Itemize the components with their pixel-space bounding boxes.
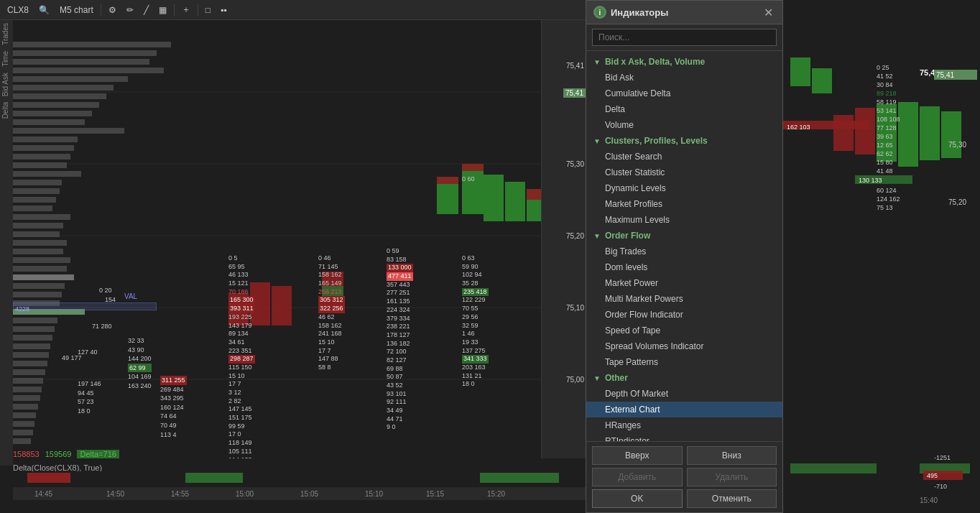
up-button[interactable]: Вверх bbox=[592, 446, 683, 465]
indicator-cluster-statistic[interactable]: Cluster Statistic bbox=[586, 165, 782, 180]
svg-text:i: i bbox=[599, 9, 601, 17]
indicator-dialog: i Индикаторы ✕ ▼ Bid x Ask, Delta, Volum… bbox=[586, 0, 783, 513]
svg-text:75 13: 75 13 bbox=[877, 204, 893, 211]
svg-rect-16 bbox=[13, 137, 78, 142]
line-tool[interactable]: ╱ bbox=[141, 4, 152, 17]
svg-rect-38 bbox=[13, 326, 55, 332]
svg-rect-37 bbox=[13, 318, 57, 323]
chart-type-label[interactable]: M5 chart bbox=[57, 4, 96, 17]
footer-stats: 158853 159569 Delta=716 bbox=[13, 450, 157, 458]
stat-value-2: 159569 bbox=[45, 450, 72, 458]
dialog-title-text: Индикаторы bbox=[611, 7, 668, 18]
svg-rect-29 bbox=[13, 249, 63, 254]
pencil-tool[interactable]: ✏ bbox=[124, 4, 137, 17]
category-label-2: Clusters, Profiles, Levels bbox=[605, 136, 708, 146]
indicator-multi-market-powers[interactable]: Multi Market Powers bbox=[586, 291, 782, 307]
time-label: Time bbox=[0, 48, 13, 70]
svg-rect-17 bbox=[13, 145, 74, 151]
category-order-flow[interactable]: ▼ Order Flow bbox=[586, 228, 782, 244]
indicator-cluster-search[interactable]: Cluster Search bbox=[586, 149, 782, 165]
chart-canvas[interactable]: VAL 0 565 9546 13315 121 70 bbox=[13, 20, 586, 458]
indicator-rtindicator[interactable]: RTIndicator bbox=[586, 433, 782, 441]
rect-tool[interactable]: □ bbox=[203, 4, 213, 17]
svg-rect-34 bbox=[13, 292, 62, 297]
indicator-tape-patterns[interactable]: Tape Patterns bbox=[586, 354, 782, 370]
svg-rect-25 bbox=[13, 214, 70, 220]
footer-row-3: OK Отменить bbox=[592, 489, 777, 508]
indicator-bid-ask[interactable]: Bid Ask bbox=[586, 70, 782, 86]
indicator-hranges[interactable]: HRanges bbox=[586, 417, 782, 433]
svg-rect-63 bbox=[505, 182, 525, 221]
svg-rect-33 bbox=[13, 283, 65, 289]
remove-button[interactable]: Удалить bbox=[687, 468, 777, 486]
svg-rect-27 bbox=[13, 231, 60, 237]
indicator-market-profiles[interactable]: Market Profiles bbox=[586, 196, 782, 212]
svg-rect-11 bbox=[13, 93, 106, 99]
svg-rect-49 bbox=[13, 421, 34, 427]
settings-icon[interactable]: ⚙ bbox=[106, 4, 119, 17]
dialog-title: i Индикаторы bbox=[593, 6, 668, 19]
svg-text:15:40: 15:40 bbox=[920, 496, 938, 504]
symbol-label[interactable]: CLX8 bbox=[4, 4, 32, 17]
tile-tool[interactable]: ▪▪ bbox=[218, 4, 230, 17]
right-chart: 0 25 41 52 30 84 89 218 58 119 53 141 10… bbox=[783, 0, 980, 513]
svg-rect-55 bbox=[462, 164, 484, 214]
svg-rect-19 bbox=[13, 162, 67, 168]
search-area bbox=[586, 24, 782, 51]
bar-chart-icon[interactable]: ▦ bbox=[156, 4, 170, 17]
svg-rect-45 bbox=[13, 387, 42, 392]
svg-rect-5 bbox=[13, 42, 171, 47]
indicator-depth-of-market[interactable]: Depth Of Market bbox=[586, 386, 782, 402]
svg-rect-46 bbox=[13, 395, 40, 401]
svg-text:75,30: 75,30 bbox=[948, 141, 966, 149]
indicator-market-power[interactable]: Market Power bbox=[586, 275, 782, 291]
indicator-dom-levels[interactable]: Dom levels bbox=[586, 259, 782, 275]
svg-rect-20 bbox=[13, 171, 81, 177]
dialog-footer: Вверх Вниз Добавить Удалить OK Отменить bbox=[586, 441, 782, 512]
category-arrow-3: ▼ bbox=[593, 232, 601, 240]
indicator-big-trades[interactable]: Big Trades bbox=[586, 244, 782, 259]
svg-rect-18 bbox=[13, 154, 70, 160]
category-arrow-4: ▼ bbox=[593, 374, 601, 382]
close-button[interactable]: ✕ bbox=[761, 5, 775, 19]
indicator-external-chart[interactable]: External Chart bbox=[586, 402, 782, 417]
indicator-volume[interactable]: Volume bbox=[586, 117, 782, 133]
svg-text:130 133: 130 133 bbox=[859, 177, 882, 184]
category-other[interactable]: ▼ Other bbox=[586, 370, 782, 386]
svg-text:0 25: 0 25 bbox=[877, 64, 889, 71]
add-button[interactable]: Добавить bbox=[592, 468, 683, 486]
indicator-speed-of-tape[interactable]: Speed of Tape bbox=[586, 323, 782, 338]
svg-rect-43 bbox=[13, 369, 45, 375]
category-bid-ask[interactable]: ▼ Bid x Ask, Delta, Volume bbox=[586, 54, 782, 70]
svg-text:108 108: 108 108 bbox=[877, 116, 900, 123]
down-button[interactable]: Вниз bbox=[687, 446, 777, 465]
svg-text:41 48: 41 48 bbox=[877, 167, 893, 175]
indicator-delta[interactable]: Delta bbox=[586, 101, 782, 117]
svg-rect-32 bbox=[13, 274, 74, 280]
svg-rect-22 bbox=[13, 188, 60, 194]
side-labels: Trades Time Bid Ask Delta bbox=[0, 20, 13, 466]
svg-text:89 218: 89 218 bbox=[877, 90, 897, 97]
cancel-button[interactable]: Отменить bbox=[687, 489, 777, 508]
svg-text:15 80: 15 80 bbox=[877, 159, 893, 166]
indicator-order-flow[interactable]: Order Flow Indicator bbox=[586, 307, 782, 323]
ok-button[interactable]: OK bbox=[592, 489, 683, 508]
category-label-1: Bid x Ask, Delta, Volume bbox=[605, 57, 705, 67]
category-arrow-1: ▼ bbox=[593, 58, 601, 66]
indicator-spread-volumes[interactable]: Spread Volumes Indicator bbox=[586, 338, 782, 354]
category-clusters[interactable]: ▼ Clusters, Profiles, Levels bbox=[586, 133, 782, 149]
svg-text:39 63: 39 63 bbox=[877, 133, 893, 140]
svg-rect-6 bbox=[13, 50, 157, 56]
svg-text:75,41: 75,41 bbox=[936, 71, 954, 79]
add-tool[interactable]: ＋ bbox=[179, 2, 193, 17]
svg-text:75,20: 75,20 bbox=[948, 198, 966, 206]
svg-rect-74 bbox=[920, 106, 940, 160]
svg-rect-47 bbox=[13, 404, 38, 410]
search-input[interactable] bbox=[592, 29, 777, 46]
search-icon[interactable]: 🔍 bbox=[36, 4, 52, 17]
indicator-dynamic-levels[interactable]: Dynamic Levels bbox=[586, 180, 782, 196]
svg-rect-61 bbox=[272, 286, 292, 325]
indicator-cumulative-delta[interactable]: Cumulative Delta bbox=[586, 86, 782, 101]
indicator-maximum-levels[interactable]: Maximum Levels bbox=[586, 212, 782, 228]
svg-rect-68 bbox=[790, 57, 810, 86]
